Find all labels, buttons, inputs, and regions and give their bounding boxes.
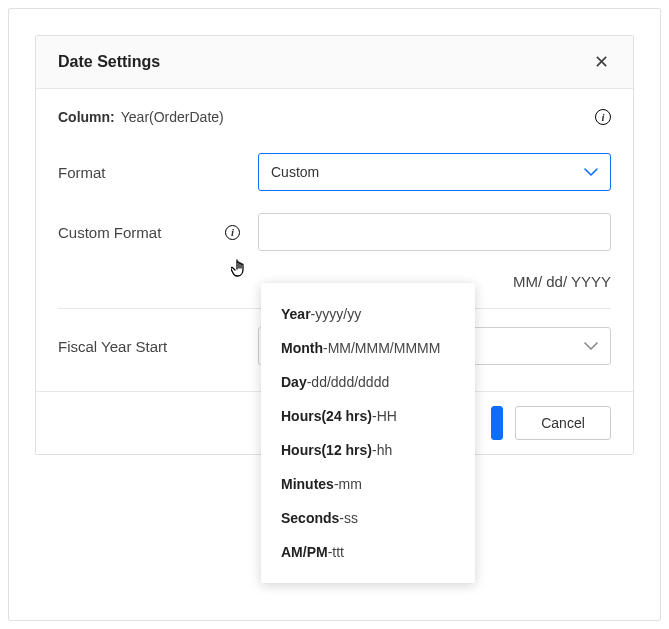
close-icon: ✕ xyxy=(594,51,609,73)
tooltip-item-format: -ss xyxy=(339,510,358,526)
format-label: Format xyxy=(58,164,258,181)
tooltip-item-key: AM/PM xyxy=(281,544,328,560)
tooltip-item: Month-MM/MMM/MMMM xyxy=(261,331,475,365)
custom-format-row: Custom Format i xyxy=(58,213,611,251)
format-selected-value: Custom xyxy=(271,164,319,180)
custom-format-input[interactable] xyxy=(258,213,611,251)
tooltip-item-key: Seconds xyxy=(281,510,339,526)
tooltip-item-format: -MM/MMM/MMMM xyxy=(323,340,440,356)
custom-format-label: Custom Format xyxy=(58,224,161,241)
tooltip-item-key: Hours(12 hrs) xyxy=(281,442,372,458)
tooltip-item-format: -dd/ddd/dddd xyxy=(307,374,390,390)
tooltip-item: Hours(24 hrs)-HH xyxy=(261,399,475,433)
format-row: Format Custom xyxy=(58,153,611,191)
tooltip-item: Hours(12 hrs)-hh xyxy=(261,433,475,467)
tooltip-item: Day-dd/ddd/dddd xyxy=(261,365,475,399)
tooltip-item-key: Year xyxy=(281,306,311,322)
tooltip-item-key: Day xyxy=(281,374,307,390)
tooltip-item: Minutes-mm xyxy=(261,467,475,501)
tooltip-item-format: -mm xyxy=(334,476,362,492)
cancel-button[interactable]: Cancel xyxy=(515,406,611,440)
tooltip-item: Seconds-ss xyxy=(261,501,475,535)
tooltip-item-key: Hours(24 hrs) xyxy=(281,408,372,424)
tooltip-item-format: -yyyy/yy xyxy=(311,306,362,322)
column-label: Column: xyxy=(58,109,115,125)
column-row: Column: Year(OrderDate) i xyxy=(58,109,611,125)
cancel-button-label: Cancel xyxy=(541,415,585,431)
dialog-header: Date Settings ✕ xyxy=(36,36,633,89)
tooltip-item-format: -hh xyxy=(372,442,392,458)
tooltip-item-key: Month xyxy=(281,340,323,356)
chevron-down-icon xyxy=(584,338,598,354)
tooltip-item: Year-yyyy/yy xyxy=(261,297,475,331)
format-select[interactable]: Custom xyxy=(258,153,611,191)
fiscal-year-label: Fiscal Year Start xyxy=(58,338,258,355)
tooltip-item-key: Minutes xyxy=(281,476,334,492)
custom-format-info-icon[interactable]: i xyxy=(225,225,240,240)
dialog-title: Date Settings xyxy=(58,53,160,71)
custom-format-tooltip: Year-yyyy/yyMonth-MM/MMM/MMMMDay-dd/ddd/… xyxy=(261,283,475,583)
chevron-down-icon xyxy=(584,164,598,180)
column-info-icon[interactable]: i xyxy=(595,109,611,125)
tooltip-item-format: -ttt xyxy=(328,544,344,560)
column-value: Year(OrderDate) xyxy=(121,109,224,125)
primary-button-partial[interactable] xyxy=(491,406,503,440)
tooltip-item-format: -HH xyxy=(372,408,397,424)
tooltip-item: AM/PM-ttt xyxy=(261,535,475,569)
close-button[interactable]: ✕ xyxy=(591,52,611,72)
